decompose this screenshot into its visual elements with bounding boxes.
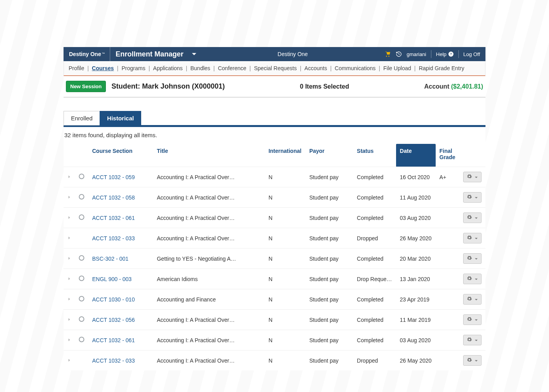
expand-icon[interactable] bbox=[67, 256, 71, 262]
course-title: Accounting I: A Practical Over… bbox=[153, 350, 265, 371]
course-section-link[interactable]: ACCT 1032 - 061 bbox=[92, 215, 135, 221]
payor-value: Student pay bbox=[305, 208, 353, 228]
expand-icon[interactable] bbox=[67, 296, 71, 303]
payor-value: Student pay bbox=[305, 350, 353, 371]
row-actions-button[interactable] bbox=[463, 294, 482, 305]
tab-historical[interactable]: Historical bbox=[100, 111, 141, 125]
nav-link-special-requests[interactable]: Special Requests bbox=[254, 65, 297, 71]
row-actions-button[interactable] bbox=[463, 274, 482, 284]
status-value: Dropped bbox=[353, 228, 396, 249]
international-value: N bbox=[265, 187, 305, 208]
separator: | bbox=[213, 65, 215, 71]
status-value: Completed bbox=[353, 249, 396, 269]
course-section-link[interactable]: BSC-302 - 001 bbox=[92, 256, 129, 262]
tab-enrolled[interactable]: Enrolled bbox=[64, 111, 100, 125]
nav-link-file-upload[interactable]: File Upload bbox=[383, 65, 411, 71]
expand-icon[interactable] bbox=[67, 337, 71, 343]
separator bbox=[431, 50, 431, 58]
chevron-down-icon bbox=[474, 337, 478, 343]
brand-label: Destiny One bbox=[69, 47, 101, 61]
context-bar: New Session Student: Mark Johnson (X0000… bbox=[64, 76, 485, 98]
course-section-link[interactable]: ACCT 1030 - 010 bbox=[92, 296, 135, 303]
separator: | bbox=[330, 65, 332, 71]
payor-value: Student pay bbox=[305, 330, 353, 350]
row-actions-button[interactable] bbox=[463, 355, 482, 366]
international-value: N bbox=[265, 330, 305, 350]
row-radio[interactable] bbox=[79, 337, 84, 342]
row-radio[interactable] bbox=[79, 296, 84, 301]
nav-link-rapid-grade-entry[interactable]: Rapid Grade Entry bbox=[419, 65, 464, 71]
row-radio[interactable] bbox=[79, 214, 84, 220]
international-value: N bbox=[265, 269, 305, 289]
course-section-link[interactable]: ACCT 1032 - 059 bbox=[92, 174, 135, 180]
separator: | bbox=[149, 65, 150, 71]
brand[interactable]: Destiny One™ bbox=[64, 47, 110, 61]
grade-value bbox=[436, 228, 459, 249]
new-session-button[interactable]: New Session bbox=[66, 81, 106, 92]
row-radio[interactable] bbox=[79, 276, 84, 281]
separator: | bbox=[379, 65, 380, 71]
cart-icon[interactable] bbox=[385, 51, 391, 57]
chevron-down-icon bbox=[474, 215, 478, 221]
row-radio[interactable] bbox=[79, 316, 84, 322]
col-final-grade[interactable]: Final Grade bbox=[436, 144, 459, 167]
table-row: ACCT 1032 - 061Accounting I: A Practical… bbox=[64, 208, 485, 228]
col-payor[interactable]: Payor bbox=[305, 144, 353, 167]
expand-icon[interactable] bbox=[67, 215, 71, 221]
col-status[interactable]: Status bbox=[353, 144, 396, 167]
expand-icon[interactable] bbox=[67, 194, 71, 201]
chevron-down-icon bbox=[474, 174, 478, 180]
row-actions-button[interactable] bbox=[463, 314, 482, 325]
expand-icon[interactable] bbox=[67, 276, 71, 282]
nav-link-profile[interactable]: Profile bbox=[69, 65, 84, 71]
row-radio[interactable] bbox=[79, 255, 84, 261]
col-international[interactable]: International bbox=[265, 144, 305, 167]
expand-icon[interactable] bbox=[67, 358, 71, 364]
row-actions-button[interactable] bbox=[463, 233, 482, 243]
row-actions-button[interactable] bbox=[463, 192, 482, 203]
separator: | bbox=[186, 65, 187, 71]
course-section-link[interactable]: ACCT 1032 - 033 bbox=[92, 235, 135, 241]
expand-icon[interactable] bbox=[67, 317, 71, 323]
col-title[interactable]: Title bbox=[153, 144, 265, 167]
nav-link-communications[interactable]: Communications bbox=[335, 65, 376, 71]
row-radio[interactable] bbox=[79, 174, 84, 179]
help-link[interactable]: Help ? bbox=[436, 51, 454, 57]
date-value: 20 Mar 2020 bbox=[396, 249, 436, 269]
svg-text:?: ? bbox=[450, 53, 452, 56]
course-title: Accounting I: A Practical Over… bbox=[153, 167, 265, 187]
nav-link-applications[interactable]: Applications bbox=[153, 65, 183, 71]
nav-link-courses[interactable]: Courses bbox=[92, 65, 114, 71]
grade-value bbox=[436, 187, 459, 208]
username[interactable]: gmariani bbox=[407, 51, 426, 57]
chevron-down-icon bbox=[474, 276, 478, 282]
grade-value bbox=[436, 269, 459, 289]
course-section-link[interactable]: ACCT 1032 - 056 bbox=[92, 317, 135, 323]
history-icon[interactable] bbox=[396, 51, 402, 57]
expand-icon[interactable] bbox=[67, 235, 71, 241]
table-row: ACCT 1032 - 056Accounting I: A Practical… bbox=[64, 310, 485, 330]
nav-link-accounts[interactable]: Accounts bbox=[304, 65, 327, 71]
course-section-link[interactable]: ENGL 900 - 003 bbox=[92, 276, 132, 282]
nav-link-bundles[interactable]: Bundles bbox=[190, 65, 210, 71]
date-value: 26 May 2020 bbox=[396, 350, 436, 371]
course-section-link[interactable]: ACCT 1032 - 033 bbox=[92, 358, 135, 364]
col-course-section[interactable]: Course Section bbox=[88, 144, 153, 167]
row-radio[interactable] bbox=[79, 194, 84, 200]
course-section-link[interactable]: ACCT 1032 - 058 bbox=[92, 194, 135, 201]
app-switcher[interactable] bbox=[187, 51, 201, 57]
col-date[interactable]: Date bbox=[396, 144, 436, 167]
account-link[interactable]: Account ($2,401.81) bbox=[424, 83, 483, 90]
row-actions-button[interactable] bbox=[463, 172, 482, 182]
help-icon: ? bbox=[448, 51, 454, 57]
logoff-link[interactable]: Log Off bbox=[464, 51, 480, 57]
nav-link-programs[interactable]: Programs bbox=[122, 65, 145, 71]
row-actions-button[interactable] bbox=[463, 335, 482, 345]
expand-icon[interactable] bbox=[67, 174, 71, 180]
payor-value: Student pay bbox=[305, 249, 353, 269]
nav-link-conference[interactable]: Conference bbox=[218, 65, 246, 71]
course-section-link[interactable]: ACCT 1032 - 061 bbox=[92, 337, 135, 343]
row-actions-button[interactable] bbox=[463, 212, 482, 223]
row-actions-button[interactable] bbox=[463, 253, 482, 264]
gear-icon bbox=[467, 235, 472, 241]
